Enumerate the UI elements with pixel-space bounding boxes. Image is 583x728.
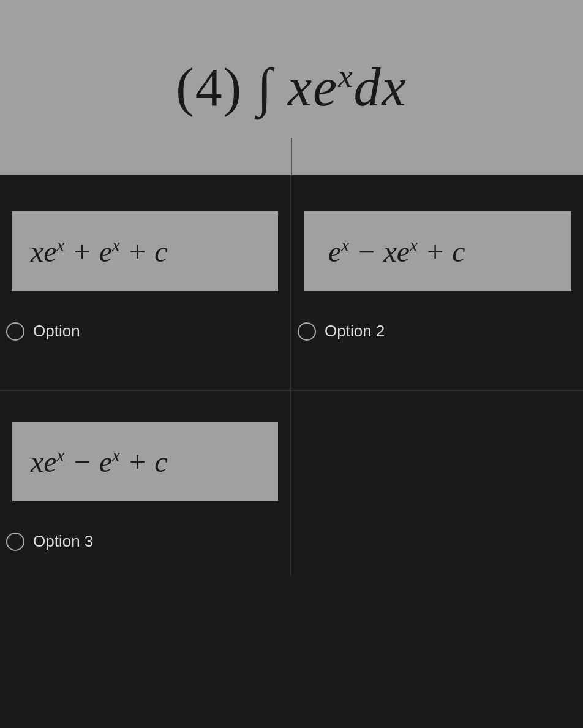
option-1-label-row: Option <box>0 309 290 390</box>
option-2-formula: ex − xex + c <box>328 235 465 268</box>
option-1-math-box: xex + ex + c <box>12 211 278 291</box>
option-2-label-row: Option 2 <box>292 309 583 390</box>
option-3-label-row: Option 3 <box>0 520 290 575</box>
divider-line <box>291 138 292 175</box>
options-top-row: xex + ex + c Option ex − xex + c Option … <box>0 175 583 390</box>
option-3-formula: xex − ex + c <box>31 445 168 479</box>
option-1-radio[interactable] <box>6 322 24 341</box>
option-1-cell: xex + ex + c Option <box>0 175 292 390</box>
option-2-radio[interactable] <box>298 322 316 341</box>
option-1-label: Option <box>33 322 80 341</box>
question-formula: (4) ∫ xexdx <box>176 56 407 118</box>
option-3-cell: xex − ex + c Option 3 <box>0 391 292 575</box>
option-2-label: Option 2 <box>325 322 385 341</box>
option-4-cell-empty <box>292 391 583 575</box>
option-3-radio[interactable] <box>6 533 24 551</box>
option-1-formula: xex + ex + c <box>31 235 168 268</box>
question-banner: (4) ∫ xexdx <box>0 0 583 175</box>
option-2-cell: ex − xex + c Option 2 <box>292 175 583 390</box>
option-3-math-box: xex − ex + c <box>12 422 278 501</box>
options-bottom-row: xex − ex + c Option 3 <box>0 390 583 575</box>
option-3-label: Option 3 <box>33 532 93 551</box>
option-2-math-box: ex − xex + c <box>304 211 571 291</box>
